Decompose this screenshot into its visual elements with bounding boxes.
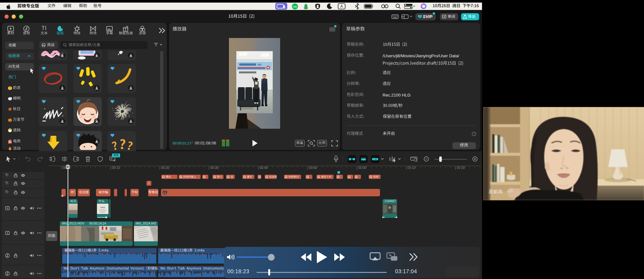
svg-text:A: A xyxy=(340,4,343,9)
svg-text:?: ? xyxy=(473,132,475,135)
svg-text:LINE: LINE xyxy=(293,6,297,8)
svg-text:what: what xyxy=(100,206,105,209)
